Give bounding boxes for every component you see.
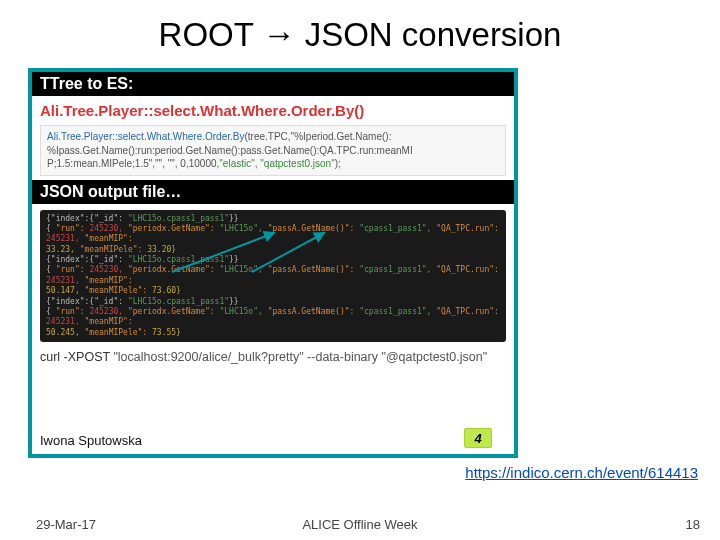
j: "passA.GetName()":: [268, 307, 355, 316]
code-block-json-output: {"index":{"_id": "LHC15o.cpass1_pass1"}}…: [40, 210, 506, 343]
j: "run":: [56, 307, 85, 316]
j: 245230,: [89, 265, 123, 274]
j: {"index":{"_id":: [46, 297, 123, 306]
j: 73.60}: [152, 286, 181, 295]
link-row: https://indico.cern.ch/event/614413: [0, 458, 720, 481]
j: }}: [229, 255, 239, 264]
footer-date: 29-Mar-17: [0, 517, 96, 532]
j: 50.245,: [46, 328, 80, 337]
j: {"index":{"_id":: [46, 214, 123, 223]
json-header: JSON output file…: [32, 180, 514, 204]
j: "periodx.GetName":: [128, 224, 215, 233]
code-token: (tree.TPC,"%Iperiod.Get.Name():: [244, 131, 391, 142]
j: "passA.GetName()":: [268, 224, 355, 233]
j: "QA_TPC.run":: [436, 307, 499, 316]
code-token: P;1.5:mean.MIPele;1.5","", "", 0,10000,: [47, 158, 219, 169]
code-token: Ali.Tree.Player::select.What.Where.Order…: [47, 131, 244, 142]
j: "LHC15o.cpass1_pass1": [128, 255, 229, 264]
j: 245231,: [46, 276, 80, 285]
code-block-selector: Ali.Tree.Player::select.What.Where.Order…: [40, 125, 506, 176]
j: "LHC15o",: [219, 307, 262, 316]
j: "LHC15o.cpass1_pass1": [128, 214, 229, 223]
j: }}: [229, 214, 239, 223]
j: {: [46, 265, 51, 274]
j: 245230,: [89, 307, 123, 316]
code-token-jsonfile: "qatpctest0.json": [260, 158, 334, 169]
j: 245231,: [46, 317, 80, 326]
curl-command: curl -XPOST "localhost:9200/alice/_bulk?…: [32, 348, 514, 364]
j: 33.20}: [147, 245, 176, 254]
j: "periodx.GetName":: [128, 307, 215, 316]
j: "LHC15o",: [219, 224, 262, 233]
j: "cpass1_pass1",: [359, 224, 431, 233]
j: 50.147,: [46, 286, 80, 295]
indico-link[interactable]: https://indico.cern.ch/event/614413: [465, 464, 698, 481]
j: "cpass1_pass1",: [359, 265, 431, 274]
code-token: );: [335, 158, 341, 169]
j: "cpass1_pass1",: [359, 307, 431, 316]
footer-center: ALICE Offline Week: [302, 517, 417, 532]
embedded-slide: TTree to ES: Ali.Tree.Player::select.Wha…: [28, 68, 518, 458]
j: {"index":{"_id":: [46, 255, 123, 264]
j: "QA_TPC.run":: [436, 265, 499, 274]
j: 33.23,: [46, 245, 75, 254]
curl-text: curl -XPOST: [40, 350, 113, 364]
j: 245230,: [89, 224, 123, 233]
j: "meanMIP":: [85, 234, 133, 243]
j: "periodx.GetName":: [128, 265, 215, 274]
slide-footer: 29-Mar-17 ALICE Offline Week 18: [0, 517, 720, 532]
j: "QA_TPC.run":: [436, 224, 499, 233]
j: "run":: [56, 224, 85, 233]
j: "meanMIP":: [85, 276, 133, 285]
j: "passA.GetName()":: [268, 265, 355, 274]
footer-page-number: 18: [686, 517, 700, 532]
j: 245231,: [46, 234, 80, 243]
ttree-header: TTree to ES:: [32, 72, 514, 96]
inner-page-badge: 4: [464, 428, 492, 448]
j: 73.55}: [152, 328, 181, 337]
j: "LHC15o",: [219, 265, 262, 274]
method-signature: Ali.Tree.Player::select.What.Where.Order…: [32, 96, 514, 121]
j: "LHC15o.cpass1_pass1": [128, 297, 229, 306]
inner-page-number: 4: [464, 428, 492, 448]
code-token-elastic: "elastic": [219, 158, 254, 169]
slide-title: ROOT → JSON conversion: [0, 0, 720, 54]
j: {: [46, 307, 51, 316]
code-token: ,: [255, 158, 258, 169]
j: "meanMIP":: [85, 317, 133, 326]
j: "meanMIPele":: [80, 245, 143, 254]
j: "meanMIPele":: [85, 286, 148, 295]
j: }}: [229, 297, 239, 306]
code-token: %Ipass.Get.Name():run:period.Get.Name():…: [47, 145, 413, 156]
j: {: [46, 224, 51, 233]
speaker-name: Iwona Sputowska: [40, 433, 142, 448]
curl-args: "localhost:9200/alice/_bulk?pretty" --da…: [113, 350, 487, 364]
j: "run":: [56, 265, 85, 274]
j: "meanMIPele":: [85, 328, 148, 337]
